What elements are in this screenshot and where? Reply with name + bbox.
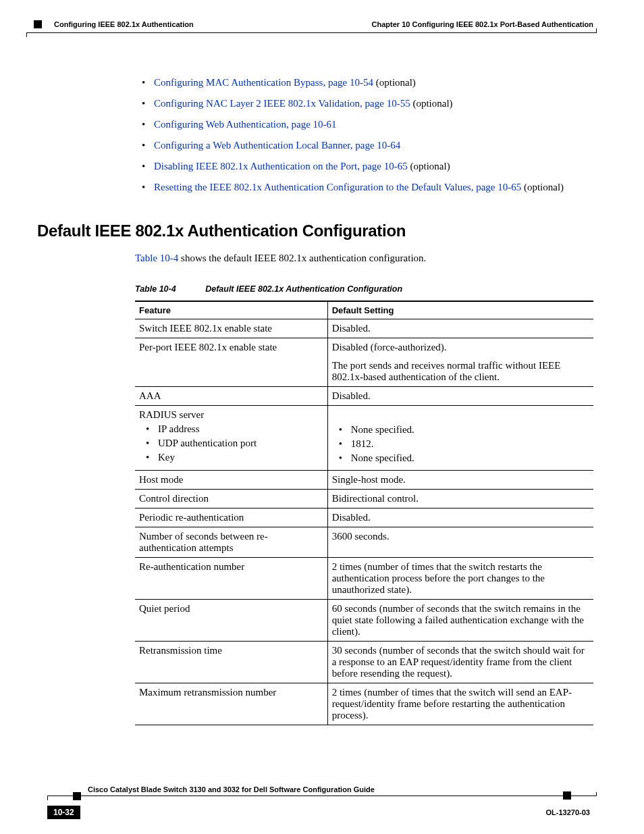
radius-default: None specified. <box>332 424 589 436</box>
cell-default: Bidirectional control. <box>327 490 593 509</box>
cell-feature: Number of seconds between re-authenticat… <box>135 527 327 558</box>
page-number: 10-32 <box>47 806 80 819</box>
table-row: The port sends and receives normal traff… <box>135 357 593 387</box>
header-chapter-label: Chapter 10 Configuring IEEE 802.1x Port-… <box>372 20 593 28</box>
config-table: Feature Default Setting Switch IEEE 802.… <box>135 301 593 725</box>
toc-item: Configuring NAC Layer 2 IEEE 802.1x Vali… <box>135 97 593 111</box>
cell-feature: Control direction <box>135 490 327 509</box>
footer-square-icon <box>563 791 571 800</box>
table-row: Number of seconds between re-authenticat… <box>135 527 593 558</box>
cell-feature: Retransmission time <box>135 642 327 683</box>
cell-default: Disabled (force-authorized). <box>327 338 593 357</box>
toc-suffix: (optional) <box>373 77 416 88</box>
cell-feature: Maximum retransmission number <box>135 683 327 725</box>
cell-feature: Periodic re-authentication <box>135 509 327 527</box>
cell-default: The port sends and receives normal traff… <box>327 357 593 387</box>
cell-default: 2 times (number of times that the switch… <box>327 683 593 725</box>
toc-item: Configuring a Web Authentication Local B… <box>135 138 593 153</box>
cell-feature <box>135 357 327 387</box>
table-row: Retransmission time30 seconds (number of… <box>135 642 593 683</box>
toc-list: Configuring MAC Authentication Bypass, p… <box>135 76 593 194</box>
radius-default: None specified. <box>332 452 589 464</box>
cell-default: Disabled. <box>327 319 593 338</box>
cell-default: None specified. 1812. None specified. <box>327 406 593 471</box>
radius-label: RADIUS server <box>139 409 204 420</box>
table-row: Switch IEEE 802.1x enable stateDisabled. <box>135 319 593 338</box>
toc-item: Disabling IEEE 802.1x Authentication on … <box>135 159 593 174</box>
intro-link[interactable]: Table 10-4 <box>135 253 178 263</box>
cell-feature: Per-port IEEE 802.1x enable state <box>135 338 327 357</box>
cell-feature: Re-authentication number <box>135 558 327 600</box>
toc-link[interactable]: Configuring a Web Authentication Local B… <box>154 140 400 151</box>
radius-sub: UDP authentication port <box>139 438 323 449</box>
cell-default: 2 times (number of times that the switch… <box>327 558 593 600</box>
intro-text: shows the default IEEE 802.1x authentica… <box>178 253 426 263</box>
cell-default: Disabled. <box>327 387 593 406</box>
toc-suffix: (optional) <box>521 182 564 192</box>
table-row: Quiet period60 seconds (number of second… <box>135 600 593 642</box>
table-row: Periodic re-authenticationDisabled. <box>135 509 593 527</box>
toc-item: Resetting the IEEE 802.1x Authentication… <box>135 180 593 194</box>
caption-title: Default IEEE 802.1x Authentication Confi… <box>205 284 402 294</box>
cell-feature: AAA <box>135 387 327 406</box>
table-row: Per-port IEEE 802.1x enable stateDisable… <box>135 338 593 357</box>
table-caption: Table 10-4 Default IEEE 802.1x Authentic… <box>135 284 593 294</box>
table-row: RADIUS server IP address UDP authenticat… <box>135 406 593 471</box>
toc-link[interactable]: Configuring MAC Authentication Bypass, p… <box>154 77 373 88</box>
cell-default: 3600 seconds. <box>327 527 593 558</box>
cell-default: 60 seconds (number of seconds that the s… <box>327 600 593 642</box>
header-square-icon <box>34 20 42 28</box>
footer-square-icon <box>73 792 81 800</box>
radius-default: 1812. <box>332 438 589 450</box>
table-row: Re-authentication number2 times (number … <box>135 558 593 600</box>
table-row: AAADisabled. <box>135 387 593 406</box>
cell-feature: Quiet period <box>135 600 327 642</box>
toc-item: Configuring MAC Authentication Bypass, p… <box>135 76 593 90</box>
cell-feature: Switch IEEE 802.1x enable state <box>135 319 327 338</box>
cell-default: 30 seconds (number of seconds that the s… <box>327 642 593 683</box>
caption-number: Table 10-4 <box>135 284 176 294</box>
cell-feature: Host mode <box>135 471 327 490</box>
doc-id: OL-13270-03 <box>546 808 590 816</box>
section-heading: Default IEEE 802.1x Authentication Confi… <box>37 221 593 240</box>
toc-item: Configuring Web Authentication, page 10-… <box>135 118 593 132</box>
toc-link[interactable]: Disabling IEEE 802.1x Authentication on … <box>154 161 408 172</box>
table-row: Control directionBidirectional control. <box>135 490 593 509</box>
col-default: Default Setting <box>327 301 593 319</box>
intro-paragraph: Table 10-4 shows the default IEEE 802.1x… <box>135 253 593 264</box>
toc-link[interactable]: Configuring NAC Layer 2 IEEE 802.1x Vali… <box>154 98 410 109</box>
cell-default: Single-host mode. <box>327 471 593 490</box>
toc-link[interactable]: Configuring Web Authentication, page 10-… <box>154 119 337 130</box>
radius-sub: Key <box>139 452 323 463</box>
toc-suffix: (optional) <box>410 98 453 109</box>
radius-sub: IP address <box>139 423 323 435</box>
toc-link[interactable]: Resetting the IEEE 802.1x Authentication… <box>154 182 521 192</box>
table-row: Maximum retransmission number2 times (nu… <box>135 683 593 725</box>
header-section-label: Configuring IEEE 802.1x Authentication <box>54 20 194 28</box>
footer-title: Cisco Catalyst Blade Switch 3130 and 303… <box>88 785 375 793</box>
table-row: Host modeSingle-host mode. <box>135 471 593 490</box>
page-header: Configuring IEEE 802.1x Authentication C… <box>0 0 644 28</box>
toc-suffix: (optional) <box>408 161 450 172</box>
cell-feature: RADIUS server IP address UDP authenticat… <box>135 406 327 471</box>
cell-default: Disabled. <box>327 509 593 527</box>
col-feature: Feature <box>135 301 327 319</box>
